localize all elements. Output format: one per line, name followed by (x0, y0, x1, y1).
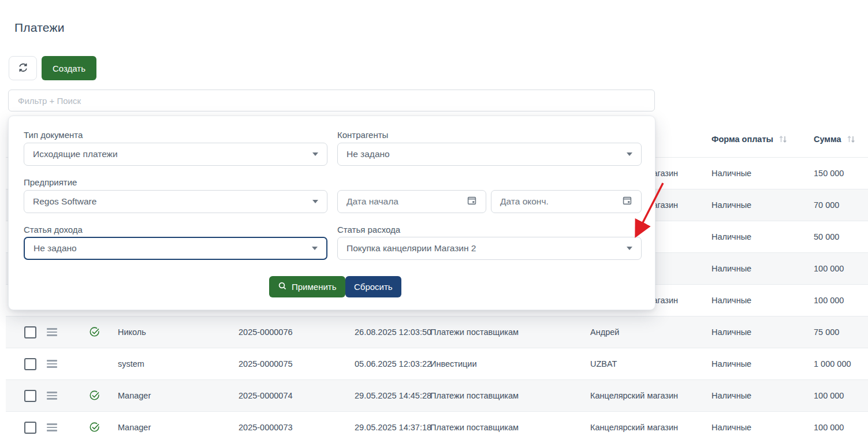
chevron-down-icon (312, 247, 318, 250)
sort-icon[interactable] (778, 135, 788, 143)
income-item-label: Статья дохода (24, 225, 83, 234)
user-cell: Николь (118, 317, 146, 348)
amount-cell: 100 000 (814, 380, 844, 411)
income-item-value: Не задано (33, 243, 77, 254)
row-checkbox-cell (24, 380, 36, 411)
amount-cell: 100 000 (814, 285, 844, 316)
income-item-select[interactable]: Не задано (24, 237, 327, 260)
row-menu-icon[interactable] (47, 360, 57, 367)
refresh-button[interactable] (9, 56, 37, 80)
counterparty-cell: Андрей (590, 317, 619, 348)
doc-type-select[interactable]: Исходящие платежи (24, 143, 327, 166)
refresh-icon (17, 62, 29, 75)
category-cell: Платежи поставщикам (430, 412, 519, 443)
doc-number-cell: 2025-0000076 (239, 317, 293, 348)
row-checkbox-cell (24, 348, 36, 379)
approved-cell (89, 380, 100, 411)
row-menu-icon[interactable] (47, 423, 57, 431)
apply-button-label: Применить (292, 282, 337, 292)
table-row[interactable]: Manager 2025-0000073 29.05.2025 14:37:18… (6, 411, 868, 443)
approved-cell (89, 412, 100, 443)
payment-form-cell: Наличные (711, 285, 751, 316)
chevron-down-icon (312, 152, 318, 156)
payment-form-cell: Наличные (711, 348, 751, 379)
user-cell: Manager (118, 412, 151, 443)
counterparty-cell: Канцелярский магазин (590, 412, 678, 443)
chevron-down-icon (627, 247, 632, 250)
row-menu-cell (47, 412, 57, 443)
amount-cell: 75 000 (814, 317, 839, 348)
row-menu-cell (47, 348, 57, 379)
payment-form-cell: Наличные (711, 221, 751, 252)
filter-panel: Тип документа Исходящие платежи Контраге… (8, 116, 655, 310)
row-checkbox-cell (24, 317, 36, 348)
chevron-down-icon (627, 152, 632, 156)
table-row[interactable]: Николь 2025-0000076 26.08.2025 12:03:50 … (6, 316, 868, 348)
user-cell: Manager (118, 380, 151, 411)
doc-number-cell: 2025-0000074 (239, 380, 293, 411)
counterparty-cell: Канцелярский магазин (590, 380, 678, 411)
row-checkbox[interactable] (24, 326, 36, 338)
expense-item-select[interactable]: Покупка канцелярии Магазин 2 (337, 237, 642, 260)
column-header-payment-form[interactable]: Форма оплаты (711, 121, 788, 157)
category-cell: Платежи поставщикам (430, 380, 519, 411)
counterparty-cell: UZBAT (590, 348, 617, 379)
sort-icon[interactable] (847, 135, 856, 143)
datetime-cell: 05.06.2025 12:03:22 (355, 348, 431, 379)
reset-button[interactable]: Сбросить (345, 276, 401, 297)
column-header-label: Форма оплаты (711, 135, 773, 144)
datetime-cell: 26.08.2025 12:03:50 (355, 317, 431, 348)
row-menu-icon[interactable] (47, 392, 57, 399)
approved-check-icon (89, 326, 100, 339)
table-row[interactable]: system 2025-0000075 05.06.2025 12:03:22 … (6, 348, 868, 379)
calendar-icon[interactable] (622, 195, 632, 208)
approved-cell (89, 317, 100, 348)
calendar-icon[interactable] (467, 195, 477, 208)
payment-form-cell: Наличные (711, 158, 751, 189)
create-button[interactable]: Создать (42, 56, 96, 80)
date-start-placeholder: Дата начала (347, 196, 398, 207)
row-menu-cell (47, 317, 57, 348)
amount-cell: 50 000 (814, 221, 839, 252)
row-checkbox[interactable] (24, 422, 36, 434)
date-end-input[interactable]: Дата оконч. (491, 190, 642, 213)
amount-cell: 100 000 (814, 412, 844, 443)
column-header-amount[interactable]: Сумма (814, 121, 856, 157)
counterparties-value: Не задано (347, 149, 390, 159)
amount-cell: 100 000 (814, 253, 844, 284)
amount-cell: 1 000 000 (814, 348, 851, 379)
payment-form-cell: Наличные (711, 317, 751, 348)
payment-form-cell: Наличные (711, 189, 751, 221)
doc-type-value: Исходящие платежи (33, 149, 118, 159)
row-menu-icon[interactable] (47, 328, 57, 336)
doc-number-cell: 2025-0000075 (239, 348, 293, 379)
apply-button[interactable]: Применить (269, 276, 345, 297)
expense-item-label: Статья расхода (337, 225, 400, 234)
expense-item-value: Покупка канцелярии Магазин 2 (347, 243, 476, 254)
search-input[interactable] (8, 90, 655, 111)
date-start-input[interactable]: Дата начала (337, 190, 486, 213)
datetime-cell: 29.05.2025 14:37:18 (355, 412, 431, 443)
date-end-placeholder: Дата оконч. (500, 196, 549, 207)
chevron-down-icon (312, 200, 318, 203)
row-checkbox[interactable] (24, 390, 36, 402)
doc-number-cell: 2025-0000073 (239, 412, 293, 443)
datetime-cell: 29.05.2025 14:45:28 (355, 380, 431, 411)
table-row[interactable]: Manager 2025-0000074 29.05.2025 14:45:28… (6, 379, 868, 411)
page-title: Платежи (14, 21, 65, 35)
user-cell: system (118, 348, 144, 379)
row-menu-cell (47, 380, 57, 411)
column-header-label: Сумма (814, 135, 841, 144)
amount-cell: 150 000 (814, 158, 844, 189)
row-checkbox-cell (24, 412, 36, 443)
approved-check-icon (89, 421, 100, 434)
enterprise-value: Regos Software (33, 196, 96, 207)
counterparties-select[interactable]: Не задано (337, 143, 642, 166)
counterparties-label: Контрагенты (337, 130, 388, 140)
payment-form-cell: Наличные (711, 380, 751, 411)
enterprise-select[interactable]: Regos Software (24, 190, 327, 213)
amount-cell: 70 000 (814, 189, 839, 221)
payment-form-cell: Наличные (711, 253, 751, 284)
search-icon (278, 281, 287, 292)
row-checkbox[interactable] (24, 358, 36, 370)
